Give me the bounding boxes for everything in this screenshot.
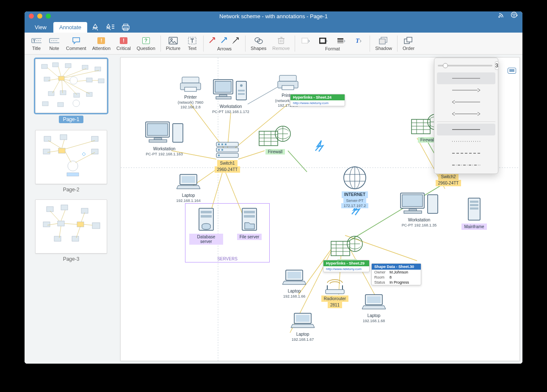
svg-rect-28: [86, 78, 92, 82]
svg-rect-25: [44, 77, 50, 81]
node-printer1[interactable]: Printer (network) 7960 192.168.2.8: [171, 75, 210, 109]
export-pdf-icon[interactable]: [88, 22, 102, 33]
arrow-style-none[interactable]: [437, 72, 495, 84]
node-laptop2[interactable]: Laptop 192.168.1.66: [277, 268, 311, 298]
svg-rect-136: [367, 296, 381, 303]
arrow-style-start[interactable]: [437, 96, 495, 108]
thumbnail-page-1[interactable]: [35, 59, 107, 113]
svg-point-0: [511, 12, 517, 18]
svg-rect-98: [244, 211, 255, 213]
line-style-tool[interactable]: [336, 37, 347, 45]
rss-icon[interactable]: [498, 12, 505, 20]
dash-style-dashed[interactable]: [437, 147, 495, 159]
picture-tool[interactable]: Picture: [163, 33, 183, 54]
thumbnail-label-1: Page-1: [59, 116, 84, 123]
page-thumbnails-sidebar: Page-1 Page-2 Page-3: [25, 55, 118, 364]
svg-rect-134: [296, 315, 309, 322]
node-internet[interactable]: INTERNET Server-PT 172.17.197.2: [336, 166, 374, 208]
page-options-icon[interactable]: [508, 68, 516, 74]
svg-rect-56: [182, 77, 199, 83]
line-style-popover: 3: [434, 58, 498, 174]
node-laptop4[interactable]: Laptop 192.168.1.68: [357, 293, 391, 323]
node-firewall-left[interactable]: Firewall: [256, 125, 294, 155]
callout-hyperlinks-29[interactable]: Hyperlinks - Sheet.29 http://www.nektony…: [323, 260, 370, 272]
svg-rect-13: [279, 39, 284, 44]
text-color-tool[interactable]: T: [354, 37, 365, 45]
traffic-minimize[interactable]: [37, 14, 42, 19]
window-title: Network scheme - with annotations - Page…: [25, 13, 522, 19]
critical-tool[interactable]: !Critical: [114, 33, 133, 54]
node-workstation1[interactable]: Workstation PC-PT 192.168.1.172: [210, 78, 252, 114]
shadow-tool[interactable]: Shadow: [373, 33, 395, 54]
svg-rect-69: [282, 86, 294, 90]
svg-rect-72: [154, 138, 162, 140]
svg-rect-113: [404, 211, 422, 213]
dash-style-dotted[interactable]: [437, 135, 495, 147]
traffic-close[interactable]: [29, 14, 34, 19]
tab-annotate[interactable]: Annotate: [53, 22, 87, 33]
svg-rect-7: [50, 39, 59, 43]
comment-tool[interactable]: Comment: [64, 33, 89, 54]
arrow-style-both[interactable]: [437, 108, 495, 120]
export-pdf-multi-icon[interactable]: [103, 22, 118, 33]
svg-point-27: [70, 77, 77, 84]
node-laptop1[interactable]: Laptop 192.168.1.164: [171, 173, 205, 203]
node-fileserver[interactable]: File server: [232, 207, 266, 240]
svg-rect-114: [428, 195, 438, 213]
node-laptop3[interactable]: Laptop 192.168.1.67: [286, 312, 320, 342]
arrow-style-end[interactable]: [437, 84, 495, 96]
svg-rect-61: [219, 95, 227, 97]
diagram-page[interactable]: Printer (network) 7960 192.168.2.8 Works…: [120, 57, 520, 361]
title-tool[interactable]: Title: [28, 33, 45, 54]
node-workstation3[interactable]: Workstation PC-PT 192.168.1.35: [396, 191, 442, 227]
feedback-icon[interactable]: [511, 11, 518, 21]
svg-rect-40: [43, 149, 50, 154]
svg-rect-23: [82, 65, 88, 69]
arrow-blue-tool[interactable]: [221, 37, 228, 45]
svg-rect-14: [302, 38, 308, 43]
traffic-zoom[interactable]: [46, 14, 51, 19]
svg-rect-111: [402, 195, 423, 207]
fill-color-tool[interactable]: [300, 37, 311, 45]
svg-rect-71: [147, 124, 168, 135]
node-switch1[interactable]: Switch1 2960-24TT: [210, 141, 244, 173]
print-icon[interactable]: [119, 22, 133, 33]
svg-rect-22: [65, 63, 71, 68]
callout-shapedata-30[interactable]: Shape Data - Sheet.30 OwnerM.Johnson Roo…: [371, 263, 421, 285]
svg-rect-62: [216, 97, 231, 99]
attention-tool[interactable]: !Attention: [90, 33, 113, 54]
shapes-tool[interactable]: Shapes: [248, 33, 269, 54]
question-tool[interactable]: ?Question: [134, 33, 158, 54]
mode-tabbar: View Annotate: [25, 21, 522, 33]
tab-view[interactable]: View: [29, 22, 52, 33]
svg-rect-21: [52, 63, 58, 67]
callout-hyperlinks-24[interactable]: Hyperlinks - Sheet.24 http://www.nektony…: [290, 94, 345, 106]
thumbnail-page-3[interactable]: [35, 199, 107, 254]
svg-rect-130: [326, 290, 344, 294]
dash-style-dashdot[interactable]: [437, 159, 495, 171]
svg-point-64: [240, 84, 243, 87]
svg-rect-49: [58, 221, 64, 226]
svg-rect-116: [470, 201, 478, 203]
app-window: Network scheme - with annotations - Page…: [25, 11, 522, 364]
node-radiorouter[interactable]: Radiorouter 2811: [318, 278, 352, 308]
note-tool[interactable]: Note: [46, 33, 63, 54]
line-width-slider[interactable]: [438, 65, 492, 66]
svg-rect-44: [67, 173, 79, 176]
svg-rect-81: [218, 149, 220, 151]
thumbnail-page-2[interactable]: [35, 130, 107, 184]
thumbnail-label-3: Page-3: [25, 256, 118, 262]
node-dbserver[interactable]: Database server: [189, 207, 223, 245]
arrow-red-tool[interactable]: [209, 37, 216, 45]
node-mainframe[interactable]: Mainframe: [459, 197, 489, 230]
stroke-color-tool[interactable]: [318, 37, 329, 45]
format-group: T Format: [298, 36, 367, 51]
svg-rect-52: [54, 236, 61, 241]
canvas[interactable]: Printer (network) 7960 192.168.2.8 Works…: [118, 55, 522, 364]
node-workstation2[interactable]: Workstation PC-PT 192.168.1.163: [141, 120, 188, 156]
dash-style-solid[interactable]: [437, 124, 495, 135]
line-width-value[interactable]: 3: [495, 61, 499, 70]
arrow-black-tool[interactable]: [232, 37, 240, 45]
text-tool[interactable]: Text: [184, 33, 201, 54]
order-tool[interactable]: Order: [400, 33, 417, 54]
